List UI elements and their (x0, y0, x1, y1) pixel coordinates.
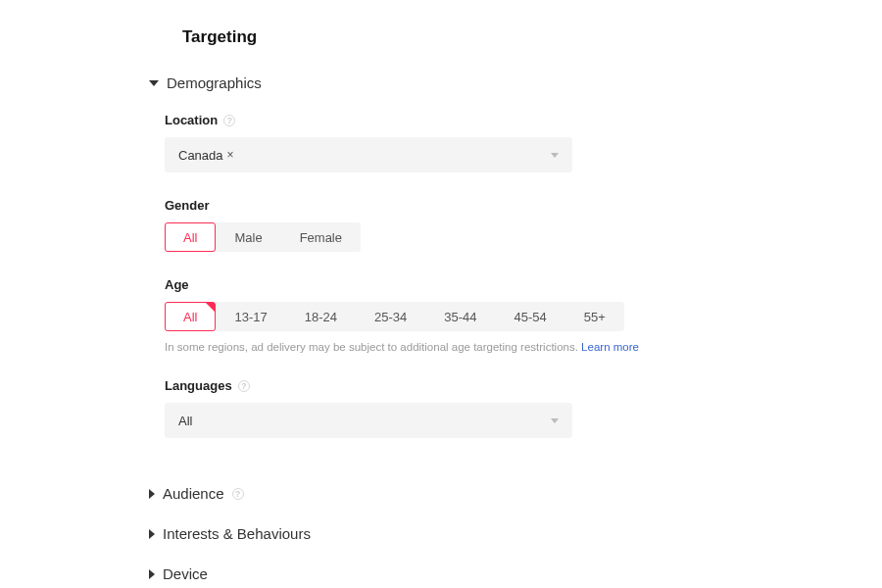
help-icon[interactable]: ? (232, 488, 244, 500)
age-option-55plus[interactable]: 55+ (565, 302, 624, 331)
caret-right-icon (149, 529, 155, 539)
languages-label: Languages (165, 378, 232, 393)
gender-option-all[interactable]: All (165, 222, 216, 252)
remove-tag-icon[interactable]: × (227, 148, 234, 162)
chevron-down-icon (551, 153, 559, 158)
gender-option-male[interactable]: Male (216, 222, 280, 252)
age-option-18-24[interactable]: 18-24 (286, 302, 356, 331)
gender-option-female[interactable]: Female (281, 222, 361, 252)
chevron-down-icon (551, 418, 559, 423)
languages-value: All (178, 414, 192, 428)
age-label: Age (165, 277, 189, 292)
caret-down-icon (149, 80, 159, 86)
languages-select[interactable]: All (165, 403, 572, 438)
gender-label: Gender (165, 198, 210, 213)
help-icon[interactable]: ? (238, 380, 250, 392)
location-label: Location (165, 113, 218, 127)
location-select[interactable]: Canada × (165, 137, 572, 172)
page-title: Targeting (182, 27, 882, 47)
age-option-all[interactable]: All (165, 302, 216, 331)
help-icon[interactable]: ? (223, 115, 235, 126)
section-title-interests: Interests & Behaviours (163, 525, 311, 542)
section-title-demographics: Demographics (167, 74, 262, 91)
section-title-audience: Audience (163, 485, 224, 502)
caret-right-icon (149, 569, 155, 579)
age-option-25-34[interactable]: 25-34 (356, 302, 425, 331)
section-toggle-device[interactable]: Device (149, 554, 882, 588)
age-option-45-54[interactable]: 45-54 (495, 302, 564, 331)
learn-more-link[interactable]: Learn more (581, 341, 639, 353)
age-segmented-control: All 13-17 18-24 25-34 35-44 45-54 55+ (165, 302, 624, 331)
gender-segmented-control: All Male Female (165, 222, 361, 252)
age-hint: In some regions, ad delivery may be subj… (165, 341, 882, 353)
section-toggle-audience[interactable]: Audience ? (149, 473, 882, 514)
section-title-device: Device (163, 565, 208, 582)
caret-right-icon (149, 489, 155, 499)
location-tag-value: Canada (178, 148, 223, 163)
age-option-35-44[interactable]: 35-44 (425, 302, 495, 331)
section-toggle-demographics[interactable]: Demographics (149, 74, 882, 91)
section-toggle-interests[interactable]: Interests & Behaviours (149, 514, 882, 554)
age-option-13-17[interactable]: 13-17 (216, 302, 285, 331)
